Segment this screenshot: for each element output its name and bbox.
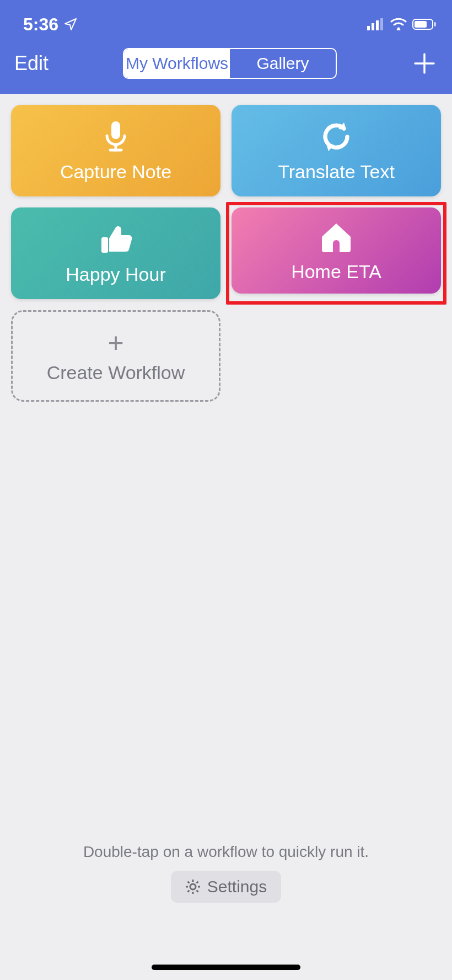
settings-button[interactable]: Settings: [171, 871, 281, 903]
svg-line-17: [187, 882, 189, 883]
battery-icon: [412, 18, 437, 30]
home-indicator[interactable]: [152, 965, 300, 970]
svg-point-4: [397, 28, 400, 30]
app-header: 5:36 Edit My Workflows Gallery: [0, 0, 452, 94]
segmented-control: My Workflows Gallery: [123, 48, 337, 79]
status-time: 5:36: [23, 14, 58, 35]
tab-my-workflows[interactable]: My Workflows: [124, 49, 230, 78]
gear-icon: [185, 879, 201, 894]
refresh-icon: [319, 119, 354, 155]
workflow-tile-label: Translate Text: [278, 161, 395, 183]
create-workflow-tile[interactable]: + Create Workflow: [11, 310, 220, 402]
workflow-tile-happy-hour[interactable]: Happy Hour: [11, 207, 220, 299]
signal-icon: [367, 18, 385, 30]
wifi-icon: [390, 18, 407, 30]
workflow-grid: Capture Note Translate Text Happy Hour H…: [0, 94, 452, 402]
thumbs-up-icon: [98, 222, 133, 257]
svg-line-20: [196, 882, 198, 883]
workflow-tile-label: Capture Note: [60, 161, 171, 183]
edit-button[interactable]: Edit: [14, 52, 49, 75]
microphone-icon: [103, 119, 129, 155]
svg-rect-7: [434, 22, 436, 26]
create-workflow-label: Create Workflow: [47, 362, 185, 384]
workflow-tile-capture-note[interactable]: Capture Note: [11, 105, 220, 196]
workflow-tile-home-eta[interactable]: Home ETA: [232, 207, 441, 294]
workflow-tile-label: Home ETA: [291, 261, 381, 283]
svg-rect-2: [376, 20, 379, 30]
svg-rect-6: [415, 21, 427, 28]
settings-label: Settings: [207, 877, 267, 896]
add-button[interactable]: [411, 50, 438, 77]
footer: Double-tap on a workflow to quickly run …: [0, 843, 452, 903]
svg-rect-0: [367, 26, 370, 30]
workflow-tile-label: Happy Hour: [66, 264, 165, 285]
nav-row: Edit My Workflows Gallery: [0, 39, 452, 88]
svg-rect-11: [101, 237, 108, 253]
svg-rect-8: [111, 121, 120, 139]
tab-gallery[interactable]: Gallery: [230, 49, 336, 78]
hint-text: Double-tap on a workflow to quickly run …: [83, 843, 369, 861]
svg-rect-1: [372, 23, 374, 30]
home-icon: [319, 219, 354, 254]
plus-icon: +: [107, 329, 123, 356]
svg-rect-3: [380, 18, 383, 30]
location-icon: [64, 18, 77, 31]
status-bar: 5:36: [0, 0, 452, 39]
svg-line-18: [196, 891, 198, 892]
svg-point-12: [190, 884, 196, 890]
plus-icon: [413, 52, 436, 75]
svg-line-19: [187, 891, 189, 892]
workflow-tile-translate-text[interactable]: Translate Text: [232, 105, 441, 196]
selection-highlight: Home ETA: [226, 202, 446, 305]
